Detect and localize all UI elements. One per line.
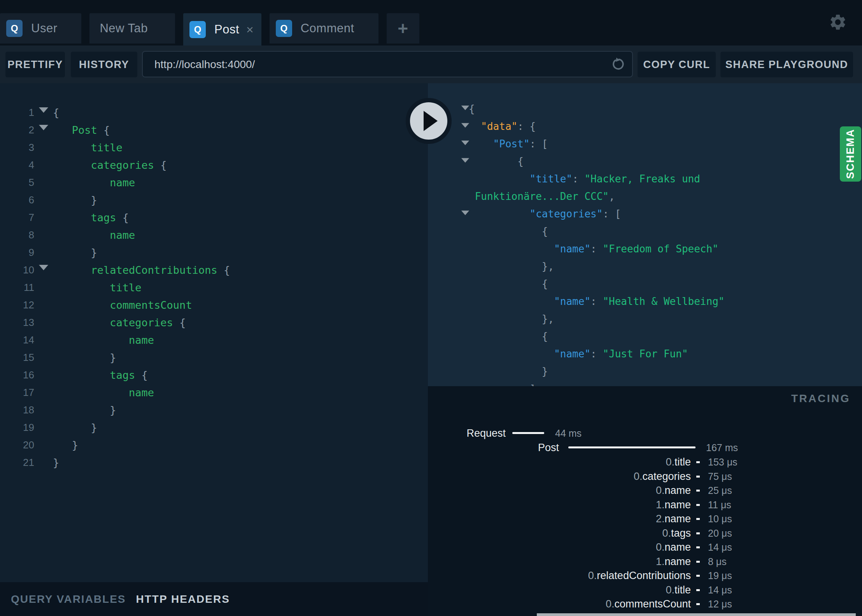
- execute-button[interactable]: [406, 98, 452, 144]
- query-line: 20 }: [0, 436, 428, 454]
- history-button[interactable]: HISTORY: [71, 52, 137, 77]
- line-number: 10: [0, 261, 34, 279]
- line-number: 7: [0, 209, 34, 226]
- tracing-row: 0.relatedContributions19 μs: [428, 569, 862, 583]
- query-line-code: }: [53, 419, 97, 436]
- reload-endpoint-icon[interactable]: [611, 56, 627, 72]
- query-line: 21}: [0, 454, 428, 471]
- tracing-row: 0.categories75 μs: [428, 469, 862, 483]
- toolbar: PRETTIFY HISTORY COPY CURL SHARE PLAYGRO…: [0, 46, 862, 83]
- tracing-row-time: 75 μs: [708, 469, 732, 483]
- tracing-row-time: 19 μs: [708, 569, 732, 583]
- tracing-title: TRACING: [791, 392, 850, 405]
- line-number: 3: [0, 139, 34, 156]
- response-line-code: },: [469, 258, 554, 275]
- tracing-row: 1.name11 μs: [428, 498, 862, 512]
- response-line: "name": "Health & Wellbeing": [428, 293, 862, 310]
- query-badge-icon: Q: [276, 20, 292, 37]
- response-line-code: Funktionäre...Der CCC",: [469, 188, 615, 205]
- response-line-code: ]: [469, 380, 536, 386]
- tab-label: Comment: [301, 21, 354, 35]
- tracing-row-label: 2.name: [428, 512, 691, 526]
- tracing-row: Post167 ms: [428, 441, 862, 455]
- bottom-panel-bar: QUERY VARIABLES HTTP HEADERS: [0, 582, 428, 616]
- response-line: "categories": [: [428, 205, 862, 223]
- share-playground-button[interactable]: SHARE PLAYGROUND: [720, 52, 853, 77]
- graphql-playground-window: QUserNew TabQPost×QComment+ PRETTIFY HIS…: [0, 0, 862, 616]
- query-line: 2 Post {: [0, 121, 428, 139]
- query-line: 19 }: [0, 419, 428, 436]
- tracing-duration-tick: [696, 575, 700, 577]
- line-number: 4: [0, 156, 34, 174]
- tracing-row-label: 0.relatedContributions: [428, 569, 691, 583]
- query-line-code: {: [53, 104, 59, 121]
- response-line-code: "Post": [: [469, 135, 548, 153]
- response-line: Funktionäre...Der CCC",: [428, 188, 862, 205]
- response-line: }: [428, 363, 862, 380]
- response-line: ]: [428, 380, 862, 386]
- http-headers-tab[interactable]: HTTP HEADERS: [136, 593, 230, 606]
- response-line-code: "title": "Hacker, Freaks und: [469, 170, 700, 188]
- line-number: 2: [0, 121, 34, 139]
- tab-comment[interactable]: QComment: [270, 13, 378, 44]
- tracing-horizontal-scrollbar[interactable]: [537, 613, 856, 616]
- response-line-code: },: [469, 310, 554, 328]
- response-line: "title": "Hacker, Freaks und: [428, 170, 862, 188]
- tab-label: Post: [214, 23, 239, 37]
- line-number: 21: [0, 454, 34, 471]
- tab-post[interactable]: QPost×: [183, 13, 261, 46]
- settings-gear-icon[interactable]: [829, 13, 847, 32]
- tracing-duration-tick: [696, 603, 700, 605]
- query-line-code: }: [53, 349, 116, 366]
- tracing-duration-tick: [696, 504, 700, 506]
- tracing-row: 0.name14 μs: [428, 540, 862, 554]
- query-variables-tab[interactable]: QUERY VARIABLES: [11, 593, 126, 606]
- query-line-code: }: [53, 191, 97, 209]
- prettify-button[interactable]: PRETTIFY: [5, 52, 65, 77]
- tab-user[interactable]: QUser: [0, 13, 81, 44]
- tab-bar: QUserNew TabQPost×QComment+: [0, 0, 862, 46]
- tracing-duration-tick: [696, 532, 700, 534]
- close-icon[interactable]: ×: [246, 23, 254, 36]
- endpoint-url-bar: [142, 51, 633, 77]
- tracing-row-label: 0.categories: [428, 469, 691, 483]
- tracing-duration-tick: [696, 589, 700, 591]
- query-line: 9 }: [0, 244, 428, 261]
- response-line-code: {: [469, 100, 475, 118]
- tracing-duration-bar: [568, 446, 696, 448]
- query-badge-icon: Q: [189, 21, 206, 38]
- response-line: },: [428, 310, 862, 328]
- tracing-row-time: 14 μs: [708, 540, 732, 554]
- query-editor[interactable]: 1{2 Post {3 title4 categories {5 name6 }…: [0, 83, 428, 582]
- query-line-code: name: [53, 226, 135, 244]
- line-number: 18: [0, 401, 34, 419]
- response-line: "data": {: [428, 118, 862, 135]
- schema-side-tab[interactable]: SCHEMA: [840, 126, 861, 182]
- query-line-code: commentsCount: [53, 296, 192, 314]
- query-line: 14 name: [0, 331, 428, 349]
- copy-curl-button[interactable]: COPY CURL: [638, 52, 716, 77]
- tracing-row: 0.tags20 μs: [428, 526, 862, 540]
- response-line-code: "data": {: [469, 118, 536, 135]
- tab-new-tab[interactable]: New Tab: [89, 13, 175, 44]
- response-line-code: }: [469, 363, 548, 380]
- query-line-code: name: [53, 331, 154, 349]
- response-line: {: [428, 223, 862, 240]
- tracing-row-label: Post: [428, 441, 559, 455]
- new-tab-button[interactable]: +: [387, 13, 419, 44]
- query-line-code: tags {: [53, 366, 148, 384]
- query-line-code: Post {: [53, 121, 110, 139]
- tracing-duration-tick: [696, 490, 700, 492]
- response-line-code: {: [469, 328, 548, 345]
- endpoint-url-input[interactable]: [154, 52, 603, 77]
- response-line-code: "name": "Health & Wellbeing": [469, 293, 724, 310]
- tracing-row-label: Request: [428, 426, 506, 440]
- tracing-row: Request44 ms: [428, 426, 862, 440]
- tracing-panel[interactable]: TRACING Request44 msPost167 ms0.title153…: [428, 386, 862, 616]
- tracing-row-time: 12 μs: [708, 597, 732, 611]
- query-line-code: name: [53, 174, 135, 191]
- query-line-code: }: [53, 436, 78, 454]
- query-line: 4 categories {: [0, 156, 428, 174]
- query-line: 6 }: [0, 191, 428, 209]
- query-line-code: tags {: [53, 209, 129, 226]
